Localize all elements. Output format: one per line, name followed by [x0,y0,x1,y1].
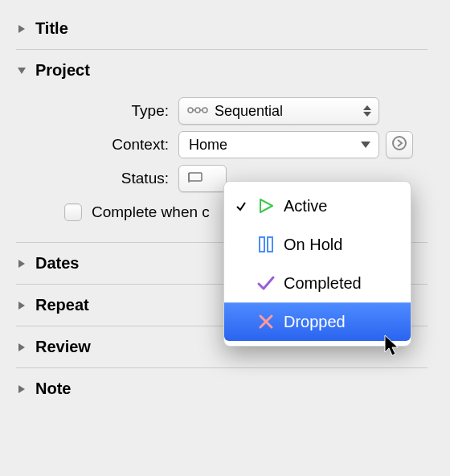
context-label: Context: [16,136,178,154]
complete-checkbox[interactable] [64,203,82,221]
cross-icon [252,313,280,330]
svg-marker-0 [18,25,25,33]
disclosure-right-icon [16,384,27,395]
context-value: Home [189,137,227,154]
complete-checkbox-label: Complete when c [92,203,210,221]
cursor-icon [384,334,402,361]
menu-item-label: Dropped [280,313,346,331]
status-menu: Active On Hold Completed Dropped [223,181,411,347]
svg-rect-18 [260,237,264,252]
sequential-icon [187,103,208,120]
section-review-label: Review [35,338,91,356]
chevron-down-icon [358,137,374,153]
play-icon [252,197,280,215]
menu-item-label: Completed [280,274,362,293]
goto-context-button[interactable] [386,131,413,158]
row-context: Context: Home [16,131,428,158]
svg-point-3 [195,108,200,113]
section-project-label: Project [35,61,90,80]
status-label: Status: [16,170,178,187]
divider [16,367,428,368]
checkmark-icon [231,200,252,211]
section-title-label: Title [35,19,68,38]
svg-marker-9 [361,142,370,148]
svg-marker-7 [363,105,371,110]
section-header-note[interactable]: Note [16,371,428,406]
svg-marker-14 [18,302,25,310]
svg-point-2 [188,108,193,113]
status-menu-item-completed[interactable]: Completed [224,264,411,302]
flag-icon [187,170,205,187]
svg-marker-15 [18,343,25,351]
section-header-project[interactable]: Project [16,53,428,88]
section-note-label: Note [35,380,71,398]
stepper-icon [362,102,372,120]
disclosure-right-icon [16,300,27,311]
status-menu-item-active[interactable]: Active [224,187,411,225]
divider [16,49,428,50]
section-header-title[interactable]: Title [16,11,428,46]
status-menu-item-onhold[interactable]: On Hold [224,225,411,264]
svg-point-10 [393,137,406,150]
disclosure-down-icon [16,65,27,76]
section-dates-label: Dates [35,254,79,273]
svg-marker-1 [18,68,26,74]
disclosure-right-icon [16,258,27,269]
section-repeat-label: Repeat [35,296,89,314]
type-select[interactable]: Sequential [178,97,379,125]
arrow-right-circle-icon [391,135,407,155]
svg-point-4 [202,108,207,113]
svg-marker-16 [18,385,25,393]
disclosure-right-icon [16,342,27,353]
svg-marker-17 [260,199,272,212]
status-select[interactable] [178,165,227,192]
pause-icon [252,236,280,253]
status-menu-item-dropped[interactable]: Dropped [224,302,411,341]
menu-item-label: Active [280,197,327,215]
svg-marker-8 [363,112,371,117]
svg-marker-13 [18,260,25,268]
context-combobox[interactable]: Home [178,131,379,158]
svg-marker-22 [385,335,398,355]
type-value: Sequential [215,103,283,120]
disclosure-right-icon [16,23,27,35]
row-type: Type: Sequential [16,97,428,125]
svg-rect-19 [268,237,272,252]
svg-rect-11 [189,173,202,181]
type-label: Type: [16,102,178,120]
check-icon [252,274,280,292]
menu-item-label: On Hold [280,236,342,254]
